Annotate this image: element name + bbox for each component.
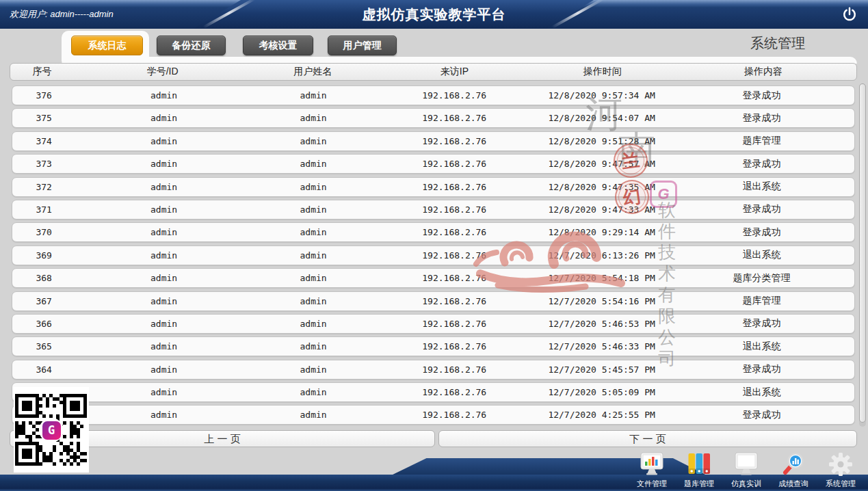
table-row: 373adminadmin192.168.2.7612/8/2020 9:47:… — [12, 154, 855, 174]
cell-action: 退出系统 — [669, 386, 854, 399]
dock-item-simulation-training[interactable]: 仿真实训 — [724, 447, 768, 491]
cell-ip: 192.168.2.76 — [374, 319, 534, 329]
cell-action: 登录成功 — [669, 226, 854, 239]
table-row: 365adminadmin192.168.2.7612/7/2020 5:46:… — [12, 336, 855, 356]
cell-index: 374 — [12, 136, 75, 146]
cell-action: 登录成功 — [669, 112, 854, 124]
cell-ip: 192.168.2.76 — [374, 227, 534, 237]
cell-time: 12/8/2020 9:47:57 AM — [534, 159, 669, 169]
header-bar: 欢迎用户: admin-----admin 虚拟仿真实验教学平台 — [0, 0, 868, 29]
page-title: 系统管理 — [723, 34, 832, 53]
next-page-button[interactable]: 下 一 页 — [438, 430, 857, 447]
system-gear-icon — [828, 451, 853, 477]
cell-student-id: admin — [75, 273, 252, 283]
scrollbar-thumb[interactable] — [859, 83, 866, 423]
cell-user-name: admin — [252, 250, 374, 261]
cell-action: 登录成功 — [669, 409, 854, 421]
cell-time: 12/8/2020 9:54:07 AM — [534, 113, 669, 123]
tab-assessment-settings[interactable]: 考核设置 — [243, 36, 313, 55]
cell-time: 12/8/2020 9:47:33 AM — [534, 204, 669, 215]
cell-ip: 192.168.2.76 — [374, 250, 534, 261]
cell-time: 12/7/2020 5:54:16 PM — [534, 296, 669, 306]
dock-label: 仿真实训 — [731, 479, 761, 488]
table-row: 363adminadmin192.168.2.7612/7/2020 5:05:… — [12, 382, 855, 402]
qr-logo: G — [39, 418, 64, 442]
table-row: 374adminadmin192.168.2.7612/8/2020 9:51:… — [12, 131, 855, 151]
table-row: 370adminadmin192.168.2.7612/8/2020 9:29:… — [12, 222, 855, 242]
cell-time: 12/8/2020 9:51:28 AM — [534, 136, 669, 146]
simulation-monitor-icon — [733, 451, 759, 477]
cell-action: 题库分类管理 — [669, 272, 854, 284]
qr-code: G — [14, 387, 89, 473]
grade-query-magnifier-icon — [781, 451, 806, 477]
dock-item-grade-query[interactable]: 成绩查询 — [772, 447, 815, 491]
dock: 文件管理 题库管理 仿真实训 — [630, 447, 863, 491]
cell-ip: 192.168.2.76 — [374, 364, 534, 375]
table-row: 372adminadmin192.168.2.7612/8/2020 9:47:… — [12, 177, 855, 197]
cell-time: 12/7/2020 5:45:57 PM — [534, 364, 669, 375]
cell-time: 12/8/2020 9:29:14 AM — [534, 227, 669, 237]
cell-user-name: admin — [252, 159, 374, 169]
table-scrollbar[interactable] — [859, 83, 866, 427]
tab-system-log[interactable]: 系统日志 — [71, 36, 143, 55]
cell-index: 366 — [12, 319, 75, 329]
cell-action: 题库管理 — [669, 135, 854, 147]
cell-student-id: admin — [75, 182, 252, 192]
cell-index: 372 — [12, 182, 75, 192]
cell-student-id: admin — [75, 296, 252, 306]
cell-student-id: admin — [75, 387, 252, 397]
column-header-student-id: 学号/ID — [74, 66, 252, 78]
dock-item-file-management[interactable]: 文件管理 — [630, 447, 674, 491]
cell-student-id: admin — [75, 341, 252, 351]
table-row: 375adminadmin192.168.2.7612/8/2020 9:54:… — [12, 108, 855, 128]
dock-item-question-bank[interactable]: 题库管理 — [677, 447, 721, 491]
cell-ip: 192.168.2.76 — [374, 296, 534, 306]
tab-backup-restore[interactable]: 备份还原 — [157, 36, 226, 55]
cell-index: 375 — [12, 113, 75, 123]
cell-time: 12/7/2020 5:46:33 PM — [534, 341, 669, 351]
cell-user-name: admin — [252, 341, 374, 351]
cell-action: 题库管理 — [669, 295, 854, 307]
cell-time: 12/7/2020 6:13:26 PM — [534, 250, 669, 261]
question-bank-binders-icon — [687, 451, 711, 477]
tab-user-management[interactable]: 用户管理 — [328, 36, 397, 55]
power-icon — [841, 5, 858, 23]
cell-time: 12/7/2020 5:05:09 PM — [534, 387, 669, 397]
table-row: adminadmin192.168.2.7612/7/2020 4:25:55 … — [12, 405, 855, 425]
cell-action: 退出系统 — [669, 249, 854, 261]
cell-time: 12/8/2020 9:57:34 AM — [534, 90, 669, 101]
cell-time: 12/7/2020 5:46:53 PM — [534, 319, 669, 329]
cell-index: 367 — [12, 296, 75, 306]
table-row: 368adminadmin192.168.2.7612/7/2020 5:54:… — [12, 268, 855, 288]
cell-student-id: admin — [75, 204, 252, 215]
cell-ip: 192.168.2.76 — [374, 159, 534, 169]
cell-user-name: admin — [252, 113, 374, 123]
cell-student-id: admin — [75, 90, 252, 101]
power-button[interactable] — [841, 5, 858, 23]
cell-index: 376 — [12, 90, 75, 101]
cell-action: 登录成功 — [669, 317, 854, 330]
cell-student-id: admin — [75, 113, 252, 123]
cell-ip: 192.168.2.76 — [374, 90, 534, 101]
cell-time: 12/7/2020 4:25:55 PM — [534, 410, 669, 420]
cell-ip: 192.168.2.76 — [374, 204, 534, 215]
cell-ip: 192.168.2.76 — [374, 113, 534, 123]
cell-index: 368 — [12, 273, 75, 283]
dock-label: 题库管理 — [684, 479, 714, 488]
cell-ip: 192.168.2.76 — [374, 273, 534, 283]
cell-index: 373 — [12, 159, 75, 169]
cell-time: 12/7/2020 5:54:18 PM — [534, 273, 669, 283]
dock-label: 系统管理 — [826, 479, 856, 488]
cell-student-id: admin — [75, 136, 252, 146]
cell-ip: 192.168.2.76 — [374, 341, 534, 351]
dock-item-system-management[interactable]: 系统管理 — [819, 447, 863, 491]
table-row: 376adminadmin192.168.2.7612/8/2020 9:57:… — [12, 85, 855, 105]
cell-index: 371 — [12, 204, 75, 215]
cell-student-id: admin — [75, 227, 252, 237]
cell-ip: 192.168.2.76 — [374, 410, 534, 420]
column-header-time: 操作时间 — [535, 66, 670, 78]
column-header-ip: 来访IP — [374, 66, 535, 78]
column-header-user-name: 用户姓名 — [252, 66, 374, 78]
table-row: 369adminadmin192.168.2.7612/7/2020 6:13:… — [12, 246, 855, 265]
cell-index: 370 — [12, 227, 75, 237]
